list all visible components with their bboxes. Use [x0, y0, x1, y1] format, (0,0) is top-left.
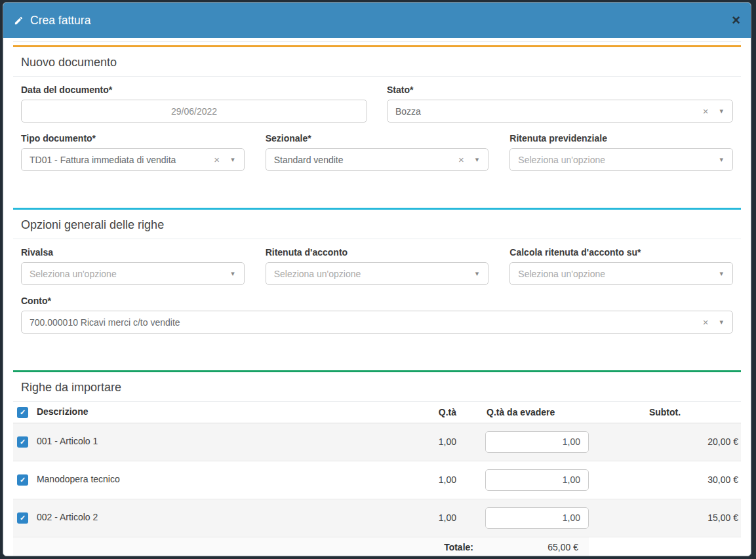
header-subtotal: Subtot. [589, 402, 741, 423]
qty-due-input[interactable] [485, 507, 589, 529]
clear-icon[interactable]: × [458, 154, 464, 165]
clear-icon[interactable]: × [703, 317, 709, 328]
sezionale-label: Sezionale* [266, 133, 489, 144]
field-conto: Conto* 700.000010 Ricavi merci c/to vend… [21, 296, 733, 334]
qty-due-input[interactable] [485, 469, 589, 491]
status-label: Stato* [387, 85, 733, 95]
chevron-down-icon: ▾ [719, 270, 723, 277]
field-document-date: Data del documento* [21, 85, 367, 123]
conto-value: 700.000010 Ricavi merci c/to vendite [30, 317, 698, 328]
modal-title-text: Crea fattura [30, 14, 90, 28]
field-ritenuta-previdenziale: Ritenuta previdenziale Seleziona un'opzi… [509, 133, 733, 171]
sezionale-select[interactable]: Standard vendite × ▾ [266, 148, 489, 171]
modal-body: Nuovo documento Data del documento* Stat… [3, 38, 751, 556]
document-date-input[interactable] [21, 100, 367, 123]
row-description: 001 - Articolo 1 [37, 436, 98, 446]
modal-header: Crea fattura × [3, 3, 751, 38]
doc-type-label: Tipo documento* [21, 133, 245, 144]
field-ritenuta-acconto: Ritenuta d'acconto Seleziona un'opzione … [266, 247, 489, 285]
conto-label: Conto* [21, 296, 733, 306]
conto-select[interactable]: 700.000010 Ricavi merci c/to vendite × ▾ [21, 311, 733, 334]
section-title: Righe da importare [13, 372, 741, 402]
row-description: Manodopera tecnico [37, 474, 120, 484]
section-title: Opzioni generali delle righe [13, 210, 741, 239]
table-footer-row: Totale: 65,00 € [13, 537, 741, 556]
chevron-down-icon: ▾ [231, 270, 235, 277]
field-calcola-ritenuta: Calcola ritenuta d'acconto su* Seleziona… [509, 247, 733, 285]
modal-title: Crea fattura [14, 14, 90, 28]
document-date-label: Data del documento* [21, 85, 367, 95]
chevron-down-icon: ▾ [719, 107, 723, 115]
rivalsa-select[interactable]: Seleziona un'opzione ▾ [21, 262, 245, 285]
chevron-down-icon: ▾ [475, 156, 479, 163]
ritenuta-previdenziale-placeholder: Seleziona un'opzione [518, 155, 719, 165]
rivalsa-label: Rivalsa [21, 247, 245, 258]
create-invoice-modal: Crea fattura × Nuovo documento Data del … [3, 2, 751, 556]
divider [13, 41, 741, 42]
chevron-down-icon: ▾ [719, 156, 723, 163]
status-select[interactable]: Bozza × ▾ [387, 100, 733, 123]
section-title: Nuovo documento [13, 47, 741, 77]
row-subtotal: 20,00 € [589, 423, 741, 461]
footer-empty-cell [589, 537, 741, 556]
pencil-icon [14, 16, 24, 26]
chevron-down-icon: ▾ [475, 270, 479, 277]
section-line-options: Opzioni generali delle righe Rivalsa Sel… [13, 208, 741, 349]
status-value: Bozza [395, 106, 698, 117]
chevron-down-icon: ▾ [719, 318, 723, 326]
row-subtotal: 30,00 € [589, 461, 741, 499]
section-new-document: Nuovo documento Data del documento* Stat… [13, 45, 741, 187]
row-qty: 1,00 [405, 461, 480, 499]
clear-icon[interactable]: × [214, 154, 220, 165]
doc-type-select[interactable]: TD01 - Fattura immediata di vendita × ▾ [21, 148, 245, 171]
row-subtotal: 15,00 € [589, 499, 741, 537]
sezionale-value: Standard vendite [274, 155, 453, 165]
clear-icon[interactable]: × [703, 106, 709, 117]
qty-due-input[interactable] [485, 431, 589, 453]
calcola-ritenuta-placeholder: Seleziona un'opzione [518, 269, 719, 279]
doc-type-value: TD01 - Fattura immediata di vendita [30, 155, 209, 165]
field-rivalsa: Rivalsa Seleziona un'opzione ▾ [21, 247, 245, 285]
header-qty-due: Q.tà da evadere [480, 402, 589, 423]
row-qty: 1,00 [405, 423, 480, 461]
ritenuta-acconto-placeholder: Seleziona un'opzione [274, 269, 475, 279]
field-doc-type: Tipo documento* TD01 - Fattura immediata… [21, 133, 245, 171]
table-row: ✓ 001 - Articolo 1 1,00 20,00 € [13, 423, 741, 461]
total-value: 65,00 € [480, 537, 589, 556]
total-label: Totale: [13, 537, 480, 556]
section-lines-to-import: Righe da importare ✓ Descrizione Q.tà Q.… [13, 370, 741, 556]
table-header-row: ✓ Descrizione Q.tà Q.tà da evadere Subto… [13, 402, 741, 423]
ritenuta-acconto-select[interactable]: Seleziona un'opzione ▾ [266, 262, 489, 285]
ritenuta-previdenziale-label: Ritenuta previdenziale [509, 133, 733, 144]
table-row: ✓ Manodopera tecnico 1,00 30,00 € [13, 461, 741, 499]
select-all-checkbox[interactable]: ✓ [17, 407, 28, 418]
close-icon[interactable]: × [732, 13, 740, 28]
row-checkbox[interactable]: ✓ [17, 436, 28, 448]
field-status: Stato* Bozza × ▾ [387, 85, 733, 123]
calcola-ritenuta-select[interactable]: Seleziona un'opzione ▾ [509, 262, 733, 285]
calcola-ritenuta-label: Calcola ritenuta d'acconto su* [509, 247, 733, 258]
header-description: Descrizione [37, 406, 89, 417]
ritenuta-acconto-label: Ritenuta d'acconto [266, 247, 489, 258]
table-row: ✓ 002 - Articolo 2 1,00 15,00 € [13, 499, 741, 537]
rivalsa-placeholder: Seleziona un'opzione [30, 269, 231, 279]
chevron-down-icon: ▾ [231, 156, 235, 163]
row-checkbox[interactable]: ✓ [17, 512, 28, 524]
field-sezionale: Sezionale* Standard vendite × ▾ [266, 133, 489, 171]
row-checkbox[interactable]: ✓ [17, 474, 28, 486]
row-description: 002 - Articolo 2 [37, 512, 98, 522]
lines-table: ✓ Descrizione Q.tà Q.tà da evadere Subto… [13, 402, 741, 556]
row-qty: 1,00 [405, 499, 480, 537]
header-qty: Q.tà [405, 402, 480, 423]
ritenuta-previdenziale-select[interactable]: Seleziona un'opzione ▾ [509, 148, 733, 171]
